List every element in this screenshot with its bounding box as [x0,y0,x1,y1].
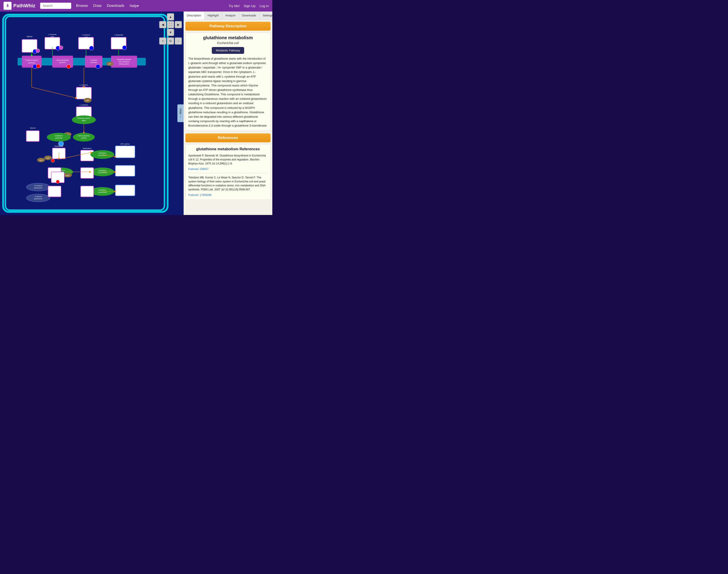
svg-text:synthetase: synthetase [55,137,63,139]
svg-text:Gamma-glutamyl-: Gamma-glutamyl- [78,135,90,137]
svg-point-18 [122,45,127,50]
logo: 🕯 PathWhiz [4,2,35,10]
tab-downloads[interactable]: Downloads [239,11,260,20]
svg-text:An oxidized: An oxidized [34,185,42,187]
svg-text:Glutathione: Glutathione [54,145,63,147]
svg-text:Glutathione: Glutathione [99,152,106,154]
svg-text:A reduced: A reduced [35,196,42,197]
tab-settings[interactable]: Settings [260,11,272,20]
svg-text:symporter: symporter [59,62,66,64]
references-title: glutathione metabolism References [188,147,268,151]
reference-1-pubmed-link[interactable]: Pubmed: 238647 [188,168,208,171]
refresh-button[interactable]: ↻ [167,37,174,45]
zoom-out-button[interactable]: − [175,37,182,45]
svg-point-103 [56,180,60,183]
svg-text:reductase: reductase [90,62,97,63]
svg-point-31 [96,65,100,69]
tab-analyze[interactable]: Analyze [222,11,239,20]
zoom-row: + ↻ − [159,37,182,45]
svg-text:synthetase: synthetase [28,62,35,64]
sidebar: Description Highlight Analyze Downloads … [184,11,272,215]
tab-highlight[interactable]: Highlight [204,11,222,20]
svg-text:Glycine: Glycine [30,127,36,129]
login-button[interactable]: Log In [260,4,269,8]
pathway-organism: Escherichia coli [188,41,268,45]
tab-description[interactable]: Description [184,11,204,20]
svg-text:glutaredoxin: glutaredoxin [34,187,43,189]
svg-text:L-Glutamic: L-Glutamic [48,34,56,36]
svg-point-11 [59,46,63,50]
svg-point-98 [51,159,54,162]
tabs-bar: Description Highlight Analyze Downloads … [184,11,272,20]
logo-text: PathWhiz [13,3,35,9]
pan-left-button[interactable]: ◀ [159,21,166,28]
search-input[interactable] [40,3,71,9]
svg-text:L-Cysteine: L-Cysteine [80,104,88,106]
pathway-title: glutathione metabolism [188,35,268,40]
svg-text:S-1,2-...: S-1,2-... [122,146,128,147]
ctrl-middle-row: ◀ ⛶ ▶ [159,21,182,28]
svg-text:UDP-cysteine-: UDP-cysteine- [120,143,130,145]
svg-text:Fumarate: Fumarate [90,59,97,61]
svg-text:Glutathione: Glutathione [55,135,63,136]
svg-text:S-transferase: S-transferase [98,155,107,156]
svg-text:binding protein: binding protein [119,63,129,65]
zoom-in-button[interactable]: + [159,37,166,45]
header: 🕯 PathWhiz Browse Draw Downloads Help▾ T… [0,0,272,11]
logo-icon: 🕯 [4,2,11,10]
fit-screen-button[interactable]: ⛶ [167,21,174,28]
reference-2-pubmed-link[interactable]: Pubmed: 17659286 [188,194,212,197]
svg-text:Napthalene: Napthalene [83,148,91,149]
pathway-description-header: Pathway Description [185,22,271,31]
svg-text:ligase: ligase [82,120,86,121]
pathway-canvas[interactable]: Serine L-Glutamic acid L-Glutamic acid L… [0,11,184,215]
svg-text:cysteine: cysteine [81,137,87,139]
svg-point-27 [67,65,71,69]
svg-text:glutaredoxin: glutaredoxin [34,198,43,200]
svg-text:S-transferase: S-transferase [98,192,107,193]
svg-text:acid: acid [51,36,54,38]
svg-text:ATP: ATP [86,99,89,101]
pan-up-button[interactable]: ▲ [167,13,174,20]
svg-rect-64 [115,146,135,158]
svg-text:acid: acid [84,36,87,38]
svg-text:Glutathione: Glutathione [99,189,106,191]
signup-button[interactable]: Sign Up [244,4,256,8]
nav-downloads[interactable]: Downloads [107,4,124,8]
svg-rect-42 [76,87,91,99]
references-card: glutathione metabolism References Aponto… [185,144,271,200]
svg-text:Serine: Serine [27,36,32,38]
nav-browse[interactable]: Browse [76,4,88,8]
hide-sidebar-button[interactable]: Hide → [178,105,184,122]
svg-text:NADP: NADP [66,175,70,176]
svg-text:ADP: ADP [46,157,50,159]
svg-text:S-transferase: S-transferase [98,172,107,173]
pan-right-button[interactable]: ▶ [175,21,182,28]
reference-1-text: Apontoweil P, Berends W: Glutathione bio… [188,154,268,166]
svg-point-15 [89,46,94,50]
nav-draw[interactable]: Draw [93,4,101,8]
nav-help[interactable]: Help▾ [130,4,139,8]
svg-text:D-alanyl-D-alanine: D-alanyl-D-alanine [25,59,38,61]
main-content: Serine L-Glutamic acid L-Glutamic acid L… [0,11,272,215]
pan-down-button[interactable]: ▼ [167,29,174,36]
svg-rect-77 [115,185,135,196]
svg-text:L-Glutamic: L-Glutamic [82,34,90,36]
reference-separator [188,173,268,173]
pathway-description-text: The biosynthesis of glutathione starts w… [188,56,268,128]
pathway-type-button[interactable]: Metabolic Pathway [212,47,244,54]
svg-text:L-Aspartate: L-Aspartate [114,34,123,36]
reference-2-text: Toledano MB, Kumar C, Le Moan N, Spector… [188,175,268,192]
nav-controls: ▲ ◀ ⛶ ▶ ▼ + ↻ − [159,13,182,45]
svg-rect-90 [48,186,61,197]
svg-rect-88 [80,186,93,197]
pathway-diagram[interactable]: Serine L-Glutamic acid L-Glutamic acid L… [4,15,166,211]
canvas-background: Serine L-Glutamic acid L-Glutamic acid L… [0,11,184,215]
svg-text:ATP: ATP [108,63,111,65]
svg-point-23 [36,64,40,68]
svg-point-6 [36,49,40,53]
main-nav: Browse Draw Downloads Help▾ [76,4,139,8]
tryme-button[interactable]: Try Me! [229,4,240,8]
svg-text:ADP: ADP [39,160,43,161]
svg-text:Sodium:glutamate: Sodium:glutamate [56,59,69,61]
